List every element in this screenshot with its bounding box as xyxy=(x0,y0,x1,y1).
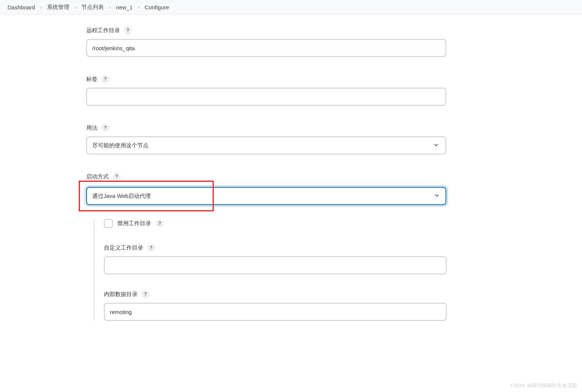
chevron-right-icon: › xyxy=(109,5,111,10)
chevron-right-icon: › xyxy=(40,5,42,10)
launch-method-selected-value: 通过Java Web启动代理 xyxy=(92,193,151,200)
field-label-row: 内部数据目录 ? xyxy=(104,290,450,298)
field-custom-workdir: 自定义工作目录 ? xyxy=(104,244,450,274)
internal-data-dir-input[interactable] xyxy=(104,303,447,321)
usage-select[interactable]: 尽可能的使用这个节点 xyxy=(86,136,446,154)
usage-selected-value: 尽可能的使用这个节点 xyxy=(92,142,148,149)
field-labels: 标签 ? xyxy=(86,75,450,106)
breadcrumb: Dashboard › 系统管理 › 节点列表 › new_1 › Config… xyxy=(0,0,582,15)
help-icon[interactable]: ? xyxy=(156,219,164,227)
labels-label: 标签 xyxy=(86,76,98,83)
field-label-row: 标签 ? xyxy=(86,75,450,83)
remote-root-input[interactable] xyxy=(86,39,446,57)
internal-data-dir-label: 内部数据目录 xyxy=(104,291,138,298)
checkbox-row: 禁用工作目录 ? xyxy=(104,219,450,228)
launch-method-label: 启动方式 xyxy=(86,173,109,180)
field-usage: 用法 ? 尽可能的使用这个节点 xyxy=(86,124,450,154)
remote-root-label: 远程工作目录 xyxy=(86,27,120,34)
field-label-row: 用法 ? xyxy=(86,124,450,132)
usage-label: 用法 xyxy=(86,124,98,132)
breadcrumb-item-dashboard[interactable]: Dashboard xyxy=(8,4,35,10)
help-icon[interactable]: ? xyxy=(141,290,150,298)
help-icon[interactable]: ? xyxy=(101,75,110,83)
disable-workdir-checkbox[interactable] xyxy=(104,219,113,228)
breadcrumb-item-node-name[interactable]: new_1 xyxy=(116,4,132,10)
labels-input[interactable] xyxy=(86,88,446,106)
field-disable-workdir: 禁用工作目录 ? xyxy=(104,219,450,228)
help-icon[interactable]: ? xyxy=(101,124,110,132)
custom-workdir-input[interactable] xyxy=(104,256,447,274)
launch-method-select[interactable]: 通过Java Web启动代理 xyxy=(86,187,446,205)
field-label-row: 自定义工作目录 ? xyxy=(104,244,450,252)
launch-method-subsection: 禁用工作目录 ? 自定义工作目录 ? 内部数据目录 ? xyxy=(94,219,450,321)
field-launch-method: 启动方式 ? 通过Java Web启动代理 禁用工作目录 ? xyxy=(86,172,450,321)
field-internal-data-dir: 内部数据目录 ? xyxy=(104,290,450,321)
breadcrumb-item-node-list[interactable]: 节点列表 xyxy=(81,4,104,11)
launch-method-select-focusring: 通过Java Web启动代理 xyxy=(84,185,448,207)
field-remote-root: 远程工作目录 ? xyxy=(86,26,450,57)
disable-workdir-label: 禁用工作目录 xyxy=(117,220,151,227)
custom-workdir-label: 自定义工作目录 xyxy=(104,244,143,251)
chevron-right-icon: › xyxy=(138,5,140,10)
field-label-row: 远程工作目录 ? xyxy=(86,26,450,34)
breadcrumb-item-system-manage[interactable]: 系统管理 xyxy=(47,4,69,11)
chevron-right-icon: › xyxy=(75,5,76,10)
chevron-down-icon xyxy=(434,192,440,200)
help-icon[interactable]: ? xyxy=(124,26,132,34)
help-icon[interactable]: ? xyxy=(147,244,155,252)
field-label-row: 启动方式 ? xyxy=(86,172,450,181)
usage-select-wrap: 尽可能的使用这个节点 xyxy=(86,136,446,154)
configure-form: 远程工作目录 ? 标签 ? 用法 ? 尽可能的使用这个节点 启动方式 xyxy=(0,15,450,321)
breadcrumb-item-configure[interactable]: Configure xyxy=(145,4,169,10)
help-icon[interactable]: ? xyxy=(112,172,121,181)
